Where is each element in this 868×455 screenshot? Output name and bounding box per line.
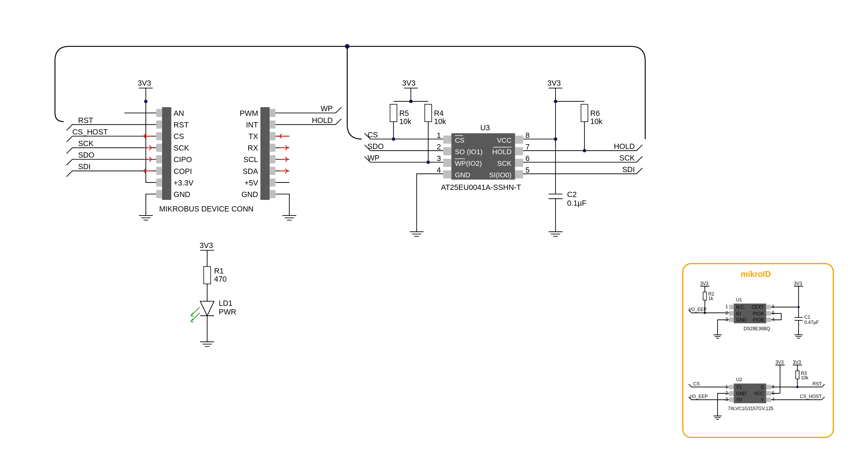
- svg-rect-15: [156, 155, 162, 163]
- svg-text:5: 5: [525, 166, 529, 174]
- svg-text:SDO: SDO: [78, 151, 94, 159]
- svg-rect-23: [156, 190, 162, 198]
- svg-text:0.1µF: 0.1µF: [567, 199, 586, 207]
- svg-text:5: 5: [772, 390, 775, 396]
- svg-rect-18: [156, 167, 162, 175]
- svg-text:+5V: +5V: [245, 179, 258, 187]
- svg-rect-12: [156, 144, 162, 152]
- svg-rect-106: [703, 292, 706, 300]
- svg-text:3V3: 3V3: [547, 79, 561, 87]
- svg-rect-45: [443, 136, 451, 144]
- svg-text:RST: RST: [174, 121, 189, 129]
- svg-text:SCL: SCL: [244, 155, 258, 164]
- schematic-canvas: 3V3 AN RST RST: [0, 0, 868, 455]
- svg-text:DS28E36BQ: DS28E36BQ: [744, 326, 770, 331]
- svg-text:CS: CS: [174, 132, 184, 141]
- svg-text:VCC: VCC: [497, 136, 512, 144]
- svg-text:1k: 1k: [708, 296, 713, 301]
- svg-rect-31: [270, 132, 276, 140]
- svg-rect-35: [270, 155, 276, 163]
- mikrobus-connector: 3V3 AN RST RST: [67, 79, 342, 220]
- svg-text:SDA: SDA: [243, 167, 258, 175]
- svg-text:mikroID: mikroID: [741, 269, 771, 279]
- svg-text:SO (IO1): SO (IO1): [455, 148, 483, 156]
- svg-rect-113: [729, 311, 734, 316]
- svg-text:3: 3: [725, 317, 728, 322]
- svg-text:3V3: 3V3: [200, 241, 213, 250]
- svg-rect-115: [766, 305, 771, 310]
- svg-text:RST: RST: [812, 381, 822, 387]
- svg-text:GND: GND: [455, 171, 470, 179]
- svg-text:CS: CS: [367, 131, 378, 139]
- mikrobus-left-header: [162, 107, 171, 200]
- svg-rect-161: [796, 371, 799, 379]
- svg-text:PWR: PWR: [219, 308, 237, 316]
- svg-rect-112: [729, 305, 734, 310]
- svg-rect-140: [729, 397, 734, 402]
- svg-rect-82: [390, 104, 397, 122]
- svg-text:Y0: Y0: [736, 397, 742, 402]
- svg-text:3V3: 3V3: [402, 79, 415, 87]
- svg-rect-28: [270, 121, 276, 129]
- svg-text:4: 4: [772, 397, 775, 402]
- svg-text:3V3: 3V3: [794, 281, 802, 286]
- svg-rect-141: [766, 385, 771, 389]
- svg-rect-2: [162, 107, 171, 200]
- power-led: 3V3 R1 470 LD1 PWR: [191, 241, 237, 346]
- svg-text:TX: TX: [248, 132, 258, 141]
- svg-text:Y: Y: [761, 397, 764, 402]
- svg-text:PWM: PWM: [240, 109, 258, 117]
- svg-text:2: 2: [437, 143, 441, 151]
- svg-text:WP(IO2): WP(IO2): [455, 160, 482, 167]
- svg-text:8: 8: [525, 131, 529, 140]
- svg-point-87: [426, 161, 430, 164]
- svg-rect-33: [270, 144, 276, 152]
- svg-text:INT: INT: [246, 121, 258, 129]
- svg-rect-47: [443, 159, 451, 167]
- svg-text:S: S: [761, 385, 764, 390]
- svg-text:6: 6: [772, 304, 775, 309]
- svg-text:470: 470: [214, 275, 227, 283]
- svg-text:LD1: LD1: [219, 299, 233, 307]
- svg-text:10k: 10k: [434, 117, 446, 125]
- svg-text:6: 6: [525, 154, 529, 163]
- svg-rect-138: [729, 385, 734, 389]
- svg-text:R6: R6: [590, 109, 600, 117]
- svg-rect-116: [766, 311, 771, 316]
- mikroid-u2: U2 Y1 GND Y0 S VCC Y 1 2 3 6 5 4 74LVC1G…: [688, 360, 825, 420]
- svg-text:3V3: 3V3: [775, 360, 784, 365]
- svg-text:3: 3: [725, 397, 728, 402]
- svg-text:10k: 10k: [801, 375, 808, 380]
- svg-text:74LVC1G3157GV,125: 74LVC1G3157GV,125: [728, 406, 774, 411]
- svg-text:CS_HOST: CS_HOST: [72, 128, 108, 136]
- svg-text:10k: 10k: [399, 117, 412, 125]
- mikrobus-title: MIKROBUS DEVICE CONN: [159, 205, 253, 213]
- svg-text:I/O_EEP: I/O_EEP: [690, 394, 708, 399]
- svg-text:0.47µF: 0.47µF: [804, 320, 819, 325]
- svg-rect-4: [156, 109, 162, 117]
- svg-rect-51: [515, 159, 523, 167]
- svg-rect-48: [443, 170, 451, 178]
- svg-text:7: 7: [525, 143, 529, 151]
- svg-rect-39: [270, 178, 276, 187]
- svg-rect-6: [156, 121, 162, 129]
- svg-text:CS: CS: [455, 136, 464, 144]
- svg-rect-142: [766, 391, 771, 396]
- svg-rect-103: [683, 263, 833, 437]
- svg-text:RX: RX: [248, 144, 258, 152]
- svg-text:4: 4: [772, 317, 775, 322]
- svg-text:HOLD: HOLD: [312, 116, 333, 124]
- svg-text:R4: R4: [434, 109, 444, 117]
- svg-text:Y1: Y1: [736, 385, 742, 390]
- u3-part: AT25EU0041A-SSHN-T: [441, 183, 521, 192]
- svg-text:I/O_EEP: I/O_EEP: [688, 307, 707, 312]
- svg-text:SDI: SDI: [78, 162, 91, 171]
- svg-text:WP: WP: [367, 154, 379, 162]
- svg-rect-50: [515, 147, 523, 155]
- mb-left-rows: AN RST RST CS CS_HOST SCK SCK: [67, 102, 194, 220]
- svg-text:PIOB: PIOB: [753, 317, 764, 322]
- svg-text:IO: IO: [736, 311, 741, 316]
- svg-text:1: 1: [725, 384, 728, 389]
- svg-text:3V3: 3V3: [700, 281, 709, 286]
- svg-text:1: 1: [437, 131, 441, 140]
